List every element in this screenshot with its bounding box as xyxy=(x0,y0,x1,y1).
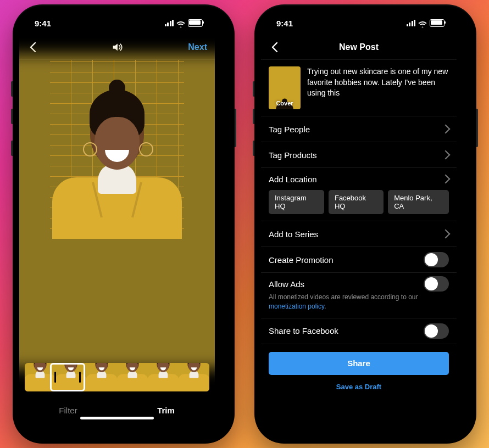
row-label: Add Location xyxy=(269,175,437,184)
chevron-right-icon xyxy=(441,175,451,184)
tab-trim[interactable]: Trim xyxy=(117,396,215,424)
location-chip[interactable]: Instagram HQ xyxy=(269,190,324,214)
caption-input[interactable]: Trying out new skincare is one of my new… xyxy=(307,66,449,109)
back-icon[interactable] xyxy=(27,41,40,54)
editor-bottom-tabs: Filter Trim xyxy=(19,396,215,424)
row-allow-ads: Allow Ads xyxy=(261,273,457,295)
home-indicator[interactable] xyxy=(80,417,154,419)
sound-on-icon[interactable] xyxy=(111,41,123,53)
chevron-right-icon xyxy=(441,125,451,134)
row-label: Add to Series xyxy=(269,229,437,239)
newpost-nav: New Post xyxy=(261,35,457,60)
chevron-right-icon xyxy=(441,229,451,239)
battery-icon xyxy=(188,19,203,27)
row-tag-products[interactable]: Tag Products xyxy=(261,142,457,168)
signal-icon xyxy=(407,20,416,26)
status-time: 9:41 xyxy=(276,19,293,28)
toggle-create-promotion[interactable] xyxy=(424,252,449,267)
save-draft-button[interactable]: Save as Draft xyxy=(269,383,449,391)
row-create-promotion: Create Promotion xyxy=(261,247,457,273)
tab-filter[interactable]: Filter xyxy=(19,396,117,424)
toggle-allow-ads[interactable] xyxy=(424,276,449,292)
wifi-icon xyxy=(418,20,427,26)
location-chip[interactable]: Facebook HQ xyxy=(329,190,384,214)
page-title: New Post xyxy=(339,42,379,52)
canvas: 9:41 Next xyxy=(0,0,489,448)
video-preview[interactable] xyxy=(19,60,215,363)
allow-ads-subtext: All monetized videos are reviewed accord… xyxy=(261,293,457,318)
row-label: Create Promotion xyxy=(269,255,418,265)
notch xyxy=(312,11,405,26)
back-icon[interactable] xyxy=(269,41,282,54)
trim-filmstrip[interactable] xyxy=(25,363,209,391)
cover-thumbnail[interactable]: Cover xyxy=(269,66,301,109)
row-add-series[interactable]: Add to Series xyxy=(261,221,457,247)
share-button[interactable]: Share xyxy=(269,352,449,375)
next-button[interactable]: Next xyxy=(188,42,207,52)
location-chip[interactable]: Menlo Park, CA xyxy=(388,190,449,214)
row-share-facebook: Share to Facebook xyxy=(261,318,457,344)
row-label: Tag Products xyxy=(269,150,437,160)
row-label: Allow Ads xyxy=(269,279,418,289)
row-tag-people[interactable]: Tag People xyxy=(261,116,457,142)
notch xyxy=(70,11,164,26)
monetization-policy-link[interactable]: monetization policy xyxy=(269,303,324,310)
trim-selection-handles[interactable] xyxy=(50,363,85,391)
signal-icon xyxy=(165,20,174,26)
phone-editor: 9:41 Next xyxy=(13,4,235,444)
wifi-icon xyxy=(176,20,185,26)
cover-label: Cover xyxy=(276,100,293,107)
row-add-location[interactable]: Add Location xyxy=(261,168,457,190)
phone-newpost: 9:41 New Post Cover xyxy=(254,4,476,444)
battery-icon xyxy=(430,19,444,27)
row-label: Tag People xyxy=(269,125,437,134)
row-label: Share to Facebook xyxy=(269,326,418,335)
chevron-right-icon xyxy=(441,150,451,160)
location-suggestions: Instagram HQ Facebook HQ Menlo Park, CA xyxy=(261,190,457,221)
toggle-share-facebook[interactable] xyxy=(424,323,449,339)
status-time: 9:41 xyxy=(35,19,51,28)
